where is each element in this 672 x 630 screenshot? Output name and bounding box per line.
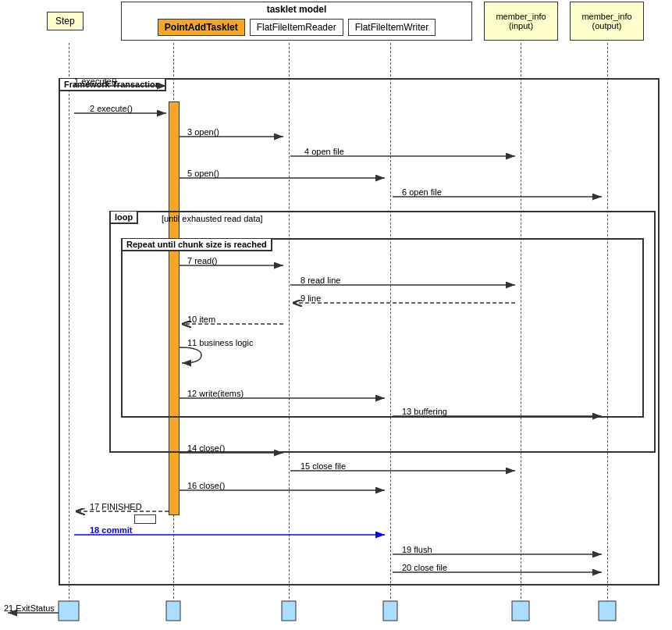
step-actor: Step [47, 12, 84, 30]
msg-18: 18 commit [90, 525, 132, 535]
loop-label: loop [111, 212, 138, 224]
msg-2: 2 execute() [90, 104, 133, 113]
tasklet-model-label: tasklet model [267, 2, 327, 16]
msg-7: 7 read() [187, 256, 218, 265]
msg-8: 8 read line [300, 276, 340, 285]
return-box-17 [134, 514, 156, 524]
msg-16: 16 close() [187, 481, 225, 490]
msg-6: 6 open file [402, 187, 442, 197]
msg-1: 1 execute() [74, 77, 117, 86]
msg-4: 4 open file [304, 147, 344, 156]
msg-14: 14 close() [187, 443, 225, 453]
flat-file-writer-actor: FlatFileItemWriter [348, 19, 436, 36]
msg-10: 10 item [187, 315, 215, 324]
member-info-input-actor: member_info(input) [484, 2, 558, 41]
tasklet-model-inner: PointAddTasklet FlatFileItemReader FlatF… [155, 16, 438, 38]
msg-12: 12 write(items) [187, 389, 244, 398]
tasklet-model-box: tasklet model PointAddTasklet FlatFileIt… [121, 2, 472, 41]
flat-file-reader-actor: FlatFileItemReader [250, 19, 343, 36]
member-info-output-actor: member_info(output) [570, 2, 644, 41]
msg-13: 13 buffering [402, 407, 447, 416]
msg-11: 11 business logic [187, 338, 253, 347]
diagram-container: Step tasklet model PointAddTasklet FlatF… [0, 0, 672, 630]
msg-9: 9 line [300, 294, 321, 303]
msg-21: 21 ExitStatus [4, 603, 55, 613]
msg-5: 5 open() [187, 169, 219, 178]
msg-20: 20 close file [402, 563, 447, 572]
repeat-label: Repeat until chunk size is reached [123, 239, 272, 251]
msg-3: 3 open() [187, 127, 219, 137]
loop-condition: [until exhausted read data] [162, 214, 263, 223]
point-add-tasklet-actor: PointAddTasklet [158, 19, 245, 36]
msg-17: 17 FINISHED [90, 502, 142, 511]
msg-19: 19 flush [402, 545, 432, 554]
msg-15: 15 close file [300, 461, 346, 471]
